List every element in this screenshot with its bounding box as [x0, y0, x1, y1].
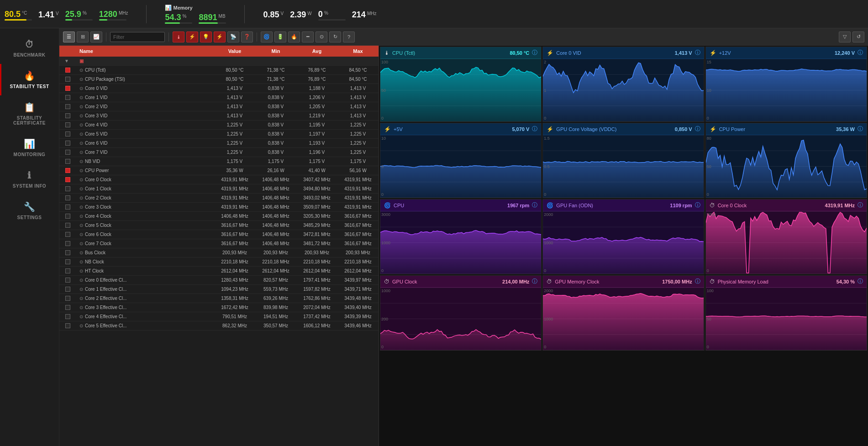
sidebar-item-stability-test[interactable]: 🔥 STABILITY TEST: [0, 64, 59, 95]
table-row[interactable]: ⊙ Core 1 Effective Cl... 1094,23 MHz 559…: [59, 285, 379, 294]
funnel-btn[interactable]: ▽: [839, 31, 851, 42]
table-row[interactable]: ⊙ Core 7 VID 1,225 V 0,838 V 1,196 V 1,2…: [59, 148, 379, 157]
table-row[interactable]: ⊙ Core 5 Effective Cl... 862,32 MHz 350,…: [59, 321, 379, 331]
chart-info-btn[interactable]: ⓘ: [857, 49, 863, 57]
chart-info-btn[interactable]: ⓘ: [695, 49, 700, 57]
table-row[interactable]: ⊙ Core 3 Clock 4319,91 MHz 1406,48 MHz 3…: [59, 203, 379, 212]
table-row[interactable]: ⊙ NB Clock 2210,18 MHz 2210,18 MHz 2210,…: [59, 257, 379, 267]
row-checkbox[interactable]: [65, 86, 70, 91]
row-checkbox[interactable]: [65, 168, 70, 173]
row-check-cell[interactable]: [59, 230, 76, 239]
row-check-cell[interactable]: [59, 102, 76, 111]
refresh-btn[interactable]: ↺: [852, 31, 864, 42]
table-row[interactable]: ⊙ Core 2 VID 1,413 V 0,838 V 1,205 V 1,4…: [59, 102, 379, 111]
chart-view-btn[interactable]: 📈: [90, 31, 102, 42]
row-checkbox[interactable]: [65, 77, 70, 82]
sidebar-item-stability-cert[interactable]: 📋 STABILITY CERTIFICATE: [0, 95, 59, 132]
table-row[interactable]: ⊙ Core 5 Clock 3616,67 MHz 1406,48 MHz 3…: [59, 221, 379, 230]
row-check-cell[interactable]: [59, 111, 76, 120]
table-row[interactable]: ⊙ Core 4 Clock 1406,48 MHz 1406,48 MHz 3…: [59, 212, 379, 221]
bar-filter-btn[interactable]: ━: [302, 31, 314, 42]
row-check-cell[interactable]: [59, 221, 76, 230]
table-group-row[interactable]: ▼ ▣: [59, 57, 379, 66]
table-row[interactable]: ⊙ Core 0 Effective Cl... 1280,43 MHz 820…: [59, 276, 379, 285]
chart-info-btn[interactable]: ⓘ: [857, 278, 863, 285]
row-check-cell[interactable]: [59, 321, 76, 330]
list-view-btn[interactable]: ☰: [63, 31, 75, 42]
row-checkbox[interactable]: [65, 287, 70, 292]
table-row[interactable]: ⊙ Core 0 Clock 4319,91 MHz 1406,48 MHz 3…: [59, 175, 379, 184]
row-checkbox[interactable]: [65, 314, 70, 319]
table-row[interactable]: ⊙ CPU (Tctl) 80,50 °C 71,38 °C 76,89 °C …: [59, 66, 379, 75]
row-checkbox[interactable]: [65, 177, 70, 182]
row-checkbox[interactable]: [65, 122, 70, 127]
row-checkbox[interactable]: [65, 305, 70, 310]
row-check-cell[interactable]: [59, 139, 76, 147]
table-row[interactable]: ⊙ Core 1 Clock 4319,91 MHz 1406,48 MHz 3…: [59, 184, 379, 194]
table-row[interactable]: ⊙ Core 3 VID 1,413 V 0,838 V 1,219 V 1,4…: [59, 111, 379, 121]
current-filter-btn[interactable]: ⚡: [214, 31, 226, 42]
table-row[interactable]: ⊙ Core 4 VID 1,225 V 0,838 V 1,195 V 1,2…: [59, 121, 379, 130]
table-row[interactable]: ⊙ Core 5 VID 1,225 V 0,838 V 1,197 V 1,2…: [59, 130, 379, 139]
table-row[interactable]: ⊙ Core 2 Effective Cl... 1358,31 MHz 639…: [59, 294, 379, 303]
row-checkbox[interactable]: [65, 159, 70, 164]
row-checkbox[interactable]: [65, 259, 70, 264]
row-checkbox[interactable]: [65, 95, 70, 100]
row-check-cell[interactable]: [59, 212, 76, 220]
row-checkbox[interactable]: [65, 131, 70, 136]
usage-filter-btn[interactable]: ❓: [241, 31, 253, 42]
row-check-cell[interactable]: [59, 294, 76, 303]
spin-filter-btn[interactable]: ↻: [329, 31, 341, 42]
chart-info-btn[interactable]: ⓘ: [695, 278, 700, 285]
row-check-cell[interactable]: [59, 93, 76, 102]
table-row[interactable]: ⊙ HT Clock 2612,04 MHz 2612,04 MHz 2612,…: [59, 267, 379, 276]
table-row[interactable]: ⊙ Core 6 VID 1,225 V 0,838 V 1,193 V 1,2…: [59, 139, 379, 148]
help-filter-btn[interactable]: ?: [343, 31, 355, 42]
table-row[interactable]: ⊙ Core 3 Effective Cl... 1672,42 MHz 839…: [59, 303, 379, 312]
row-check-cell[interactable]: [59, 239, 76, 248]
row-check-cell[interactable]: [59, 194, 76, 202]
row-check-cell[interactable]: [59, 203, 76, 211]
row-checkbox[interactable]: [65, 141, 70, 146]
row-check-cell[interactable]: [59, 84, 76, 93]
row-checkbox[interactable]: [65, 186, 70, 191]
row-checkbox[interactable]: [65, 223, 70, 228]
bat-filter-btn[interactable]: 🔋: [274, 31, 286, 42]
table-row[interactable]: ⊙ Core 1 VID 1,413 V 0,838 V 1,206 V 1,4…: [59, 93, 379, 102]
row-checkbox[interactable]: [65, 68, 70, 73]
row-check-cell[interactable]: [59, 303, 76, 312]
row-check-cell[interactable]: [59, 157, 76, 166]
row-checkbox[interactable]: [65, 150, 70, 155]
table-row[interactable]: ⊙ Core 6 Clock 3616,67 MHz 1406,48 MHz 3…: [59, 230, 379, 239]
table-row[interactable]: ⊙ NB VID 1,175 V 1,175 V 1,175 V 1,175 V: [59, 157, 379, 166]
table-row[interactable]: ⊙ Core 7 Clock 3616,67 MHz 1406,48 MHz 3…: [59, 239, 379, 248]
row-check-cell[interactable]: [59, 184, 76, 193]
chart-info-btn[interactable]: ⓘ: [532, 49, 537, 57]
chart-info-btn[interactable]: ⓘ: [857, 201, 863, 209]
chart-info-btn[interactable]: ⓘ: [532, 201, 537, 209]
row-check-cell[interactable]: [59, 66, 76, 74]
chart-info-btn[interactable]: ⓘ: [695, 125, 700, 133]
row-check-cell[interactable]: [59, 257, 76, 266]
row-check-cell[interactable]: [59, 248, 76, 257]
row-check-cell[interactable]: [59, 148, 76, 157]
table-row[interactable]: ⊙ Core 4 Effective Cl... 790,51 MHz 194,…: [59, 312, 379, 321]
table-row[interactable]: ⊙ Core 2 Clock 4319,91 MHz 1406,48 MHz 3…: [59, 194, 379, 203]
row-checkbox[interactable]: [65, 241, 70, 246]
temp-filter-btn[interactable]: 🌡: [173, 31, 184, 42]
row-check-cell[interactable]: [59, 121, 76, 129]
row-check-cell[interactable]: [59, 166, 76, 175]
row-check-cell[interactable]: [59, 267, 76, 275]
row-checkbox[interactable]: [65, 113, 70, 118]
power-filter-btn[interactable]: 💡: [200, 31, 212, 42]
row-check-cell[interactable]: [59, 130, 76, 138]
table-row[interactable]: ⊙ CPU Package (TSI) 80,50 °C 71,38 °C 76…: [59, 75, 379, 84]
row-checkbox[interactable]: [65, 268, 70, 273]
chart-info-btn[interactable]: ⓘ: [857, 125, 863, 133]
table-row[interactable]: ⊙ Bus Clock 200,93 MHz 200,93 MHz 200,93…: [59, 248, 379, 257]
gauge-filter-btn[interactable]: ⊙: [316, 31, 327, 42]
sidebar-item-monitoring[interactable]: 📊 MONITORING: [0, 132, 59, 163]
group-expand-icon[interactable]: ▼: [64, 58, 69, 63]
grid-view-btn[interactable]: ⊞: [77, 31, 89, 42]
fan-filter-btn[interactable]: 🌀: [261, 31, 273, 42]
